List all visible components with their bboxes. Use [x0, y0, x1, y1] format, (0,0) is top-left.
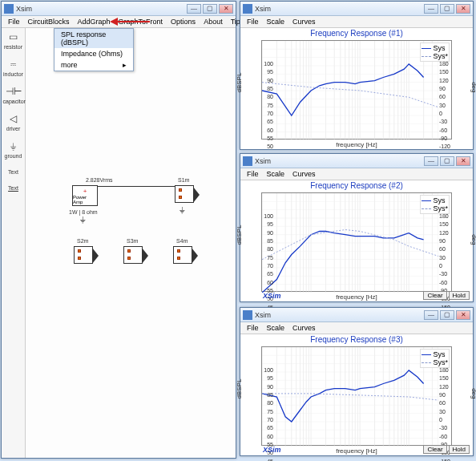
- spk3-label: S3m: [127, 238, 138, 244]
- plot-area[interactable]: Sys Sys*: [261, 40, 452, 140]
- maximize-button[interactable]: ▢: [203, 4, 217, 14]
- legend-sysstar: Sys*: [433, 204, 448, 212]
- clear-button[interactable]: Clear: [423, 445, 446, 454]
- legend: Sys Sys*: [420, 42, 450, 62]
- menu-file[interactable]: File: [243, 169, 263, 179]
- maximize-button[interactable]: ▢: [440, 4, 454, 14]
- annotation-arrow: [118, 21, 150, 22]
- xsim-logo: XSim: [263, 446, 281, 454]
- app-icon: [243, 156, 252, 166]
- plus-icon: +: [83, 188, 87, 195]
- close-button[interactable]: ✕: [456, 310, 470, 320]
- maximize-button[interactable]: ▢: [440, 310, 454, 320]
- graph-menubar: File Scale Curves: [240, 322, 473, 334]
- menu-scale[interactable]: Scale: [263, 17, 289, 26]
- graph-menubar: File Scale Curves: [240, 16, 473, 28]
- main-titlebar[interactable]: Xsim — ▢ ✕: [2, 2, 236, 16]
- legend-sysstar: Sys*: [433, 52, 448, 60]
- tool-capacitor[interactable]: ⊣⊢capacitor: [3, 86, 24, 105]
- menu-scale[interactable]: Scale: [263, 323, 289, 333]
- chevron-right-icon: ▸: [123, 61, 127, 69]
- maximize-button[interactable]: ▢: [440, 156, 454, 166]
- ground-icon: ⏚: [3, 140, 24, 152]
- addgraph-dropdown: SPL response (dBSPL) Impedance (Ohms) mo…: [54, 28, 134, 71]
- tool-text1[interactable]: Text: [3, 168, 24, 176]
- design-canvas[interactable]: 2.828Vrms + Power Amp 1W | 8 ohm ⏚ S1m ⏚…: [26, 28, 236, 458]
- graph-titlebar[interactable]: Xsim — ▢ ✕: [240, 154, 473, 168]
- speaker-s3[interactable]: [123, 246, 143, 264]
- menu-file[interactable]: File: [4, 17, 24, 26]
- close-button[interactable]: ✕: [456, 4, 470, 14]
- minimize-button[interactable]: —: [187, 4, 201, 14]
- dropdown-spl[interactable]: SPL response (dBSPL): [54, 29, 133, 48]
- y2-axis-label: deg: [470, 234, 476, 245]
- spk2-label: S2m: [77, 238, 88, 244]
- y2-axis-label: deg: [470, 388, 476, 398]
- main-design-window: Xsim — ▢ ✕ File CircuitBlocks AddGraph G…: [1, 1, 236, 459]
- close-button[interactable]: ✕: [219, 4, 233, 14]
- menu-file[interactable]: File: [243, 17, 263, 26]
- chart-title: Frequency Response (#2): [240, 180, 473, 191]
- tool-inductor[interactable]: ⎓inductor: [3, 59, 24, 78]
- menu-options[interactable]: Options: [167, 17, 200, 26]
- menu-circuitblocks[interactable]: CircuitBlocks: [24, 17, 74, 26]
- tool-resistor[interactable]: ▭resistor: [3, 31, 24, 51]
- app-icon: [4, 4, 14, 14]
- chart-title: Frequency Response (#3): [240, 334, 473, 345]
- graph-titlebar[interactable]: Xsim — ▢ ✕: [240, 2, 473, 16]
- minimize-button[interactable]: —: [424, 4, 438, 14]
- hold-button[interactable]: Hold: [449, 291, 470, 300]
- inductor-icon: ⎓: [3, 59, 24, 70]
- legend-sysstar: Sys*: [433, 358, 448, 366]
- y2-axis-label: deg: [470, 82, 476, 92]
- dropdown-more[interactable]: more▸: [54, 59, 133, 71]
- minimize-button[interactable]: —: [424, 310, 438, 320]
- plot-area[interactable]: Sys Sys*: [261, 346, 452, 446]
- speaker-s2[interactable]: [74, 246, 93, 264]
- y-axis-label: dBSPL: [236, 378, 243, 398]
- menu-scale[interactable]: Scale: [263, 169, 289, 179]
- menu-curves[interactable]: Curves: [288, 323, 320, 333]
- tool-driver[interactable]: ◁driver: [3, 113, 24, 132]
- dropdown-impedance[interactable]: Impedance (Ohms): [54, 48, 133, 59]
- menu-addgraph[interactable]: AddGraph: [74, 17, 115, 26]
- graph-body: Frequency Response (#1) dBSPL deg Sys Sy…: [240, 28, 473, 149]
- legend-sys: Sys: [433, 350, 445, 358]
- menu-file[interactable]: File: [243, 323, 263, 333]
- graph-window-1: Xsim — ▢ ✕ File Scale Curves Frequency R…: [240, 1, 474, 150]
- graph-window-3: Xsim — ▢ ✕ File Scale Curves Frequency R…: [240, 307, 474, 456]
- ground-icon-s1: ⏚: [180, 204, 185, 214]
- graph-titlebar[interactable]: Xsim — ▢ ✕: [240, 308, 473, 322]
- amp-volt-label: 2.828Vrms: [86, 177, 113, 183]
- close-button[interactable]: ✕: [456, 156, 470, 166]
- xsim-logo: XSim: [263, 292, 281, 300]
- menu-curves[interactable]: Curves: [288, 17, 320, 26]
- graph-win-title: Xsim: [255, 157, 424, 165]
- driver-icon: ◁: [3, 113, 24, 124]
- power-amp-block[interactable]: + Power Amp: [72, 185, 98, 206]
- legend-sys: Sys: [433, 44, 445, 52]
- menu-about[interactable]: About: [200, 17, 227, 26]
- speaker-s4[interactable]: [173, 246, 192, 264]
- speaker-s1[interactable]: [175, 185, 194, 203]
- legend: Sys Sys*: [420, 349, 450, 368]
- clear-button[interactable]: Clear: [423, 291, 446, 300]
- main-title: Xsim: [16, 5, 187, 13]
- graph-window-2: Xsim — ▢ ✕ File Scale Curves Frequency R…: [240, 153, 474, 302]
- hold-button[interactable]: Hold: [449, 445, 470, 454]
- amp-label: Power Amp: [73, 195, 97, 204]
- tool-ground[interactable]: ⏚ground: [3, 140, 24, 160]
- chart-title: Frequency Response (#1): [240, 28, 473, 38]
- legend: Sys Sys*: [420, 195, 450, 214]
- x-axis-label: frequency [Hz]: [240, 141, 473, 148]
- graph-win-title: Xsim: [255, 5, 424, 13]
- plot-area[interactable]: Sys Sys*: [261, 192, 452, 292]
- y-axis-label: dBSPL: [236, 224, 243, 245]
- wire: [98, 186, 178, 187]
- menu-curves[interactable]: Curves: [288, 169, 320, 179]
- tool-text2[interactable]: Text: [3, 184, 24, 192]
- minimize-button[interactable]: —: [424, 156, 438, 166]
- app-icon: [243, 310, 252, 320]
- graph-win-title: Xsim: [255, 311, 424, 319]
- graph-body: Frequency Response (#2) dBSPL deg Sys Sy…: [240, 180, 473, 301]
